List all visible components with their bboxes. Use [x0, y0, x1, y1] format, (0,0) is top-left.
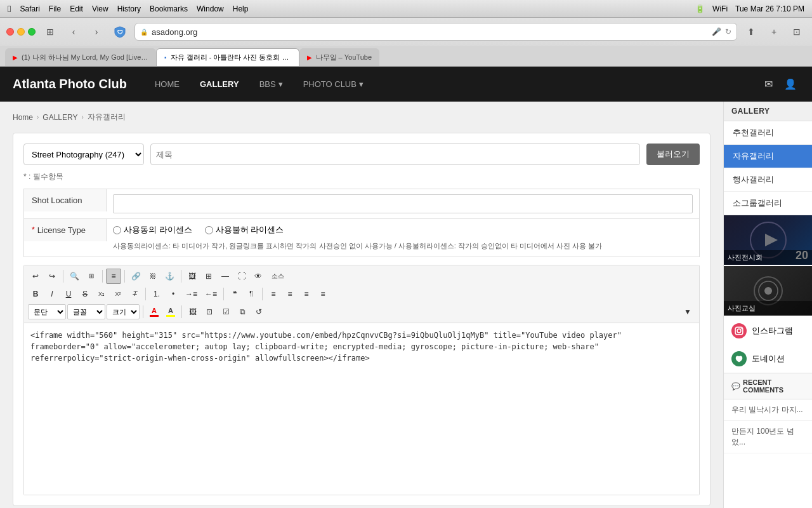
nav-bbs[interactable]: BBS ▾ [251, 74, 292, 94]
underline-button[interactable]: U [61, 286, 76, 302]
instagram-row[interactable]: 인스타그램 [724, 317, 812, 345]
breadcrumb-gallery[interactable]: GALLERY [43, 113, 77, 122]
subscript-button[interactable]: X₂ [94, 286, 109, 302]
shot-location-value [107, 189, 699, 218]
license-radio-disagree[interactable] [205, 226, 213, 234]
fullscreen-button[interactable]: ⛶ [234, 269, 249, 284]
blockquote-button[interactable]: ❝ [227, 286, 242, 302]
site-favicon: ▪ [164, 54, 167, 61]
gallery-image-2[interactable]: 사진교실 [724, 266, 812, 316]
undo-button[interactable]: ↩ [28, 269, 43, 284]
sidebar-button[interactable]: ⊡ [788, 23, 806, 41]
window-menu[interactable]: Window [197, 4, 224, 13]
sidebar-link-haengsa[interactable]: 행사갤러리 [724, 168, 812, 192]
sidebar-link-sogroup[interactable]: 소그룹갤러리 [724, 192, 812, 215]
history-menu[interactable]: History [117, 4, 141, 13]
load-button[interactable]: 불러오기 [646, 144, 700, 165]
refresh-icon[interactable]: ↻ [725, 27, 731, 36]
youtube-favicon-1: ▶ [13, 54, 18, 61]
browser-tab-1[interactable]: ▶ (1) 나의 하나님 My Lord, My God [Live at TL… [5, 48, 156, 66]
gallery-image-1[interactable]: 20 사진전시회 [724, 215, 812, 265]
breadcrumb-home[interactable]: Home [13, 113, 33, 122]
indent-button[interactable]: →≡ [182, 286, 200, 302]
ordered-list-button[interactable]: 1. [149, 286, 164, 302]
unordered-list-button[interactable]: • [166, 286, 181, 302]
gallery-image-2-title: 사진교실 [724, 301, 812, 316]
site-logo[interactable]: Atlanta Photo Club [13, 77, 127, 91]
redo-button[interactable]: ↪ [44, 269, 60, 284]
outdent-button[interactable]: ←≡ [202, 286, 220, 302]
sidebar-link-jayoo[interactable]: 자유갤러리 [724, 145, 812, 168]
style-select[interactable]: 문단 [28, 304, 66, 319]
undo2-button[interactable]: ↺ [251, 304, 266, 319]
italic-button[interactable]: I [44, 286, 60, 302]
size-select[interactable]: 크기 [107, 304, 140, 319]
donation-row[interactable]: 도네이션 [724, 345, 812, 373]
font-color-button[interactable]: A [147, 304, 162, 319]
browser-tab-3[interactable]: ▶ 나무일 – YouTube [299, 48, 379, 66]
recent-comment-2[interactable]: 만든지 100년도 넘었... [724, 421, 812, 453]
align-right-button[interactable]: ≡ [299, 286, 314, 302]
align-left-button[interactable]: ≡ [266, 286, 281, 302]
title-input[interactable] [150, 144, 640, 165]
license-option-1[interactable]: 사용동의 라이센스 [113, 224, 192, 236]
insert-hr-button[interactable]: — [218, 269, 233, 284]
collapse-toolbar-button[interactable]: ▼ [680, 304, 695, 319]
anchor-button[interactable]: ⚓ [162, 269, 178, 284]
insert-link-button[interactable]: 🔗 [128, 269, 144, 284]
superscript-button[interactable]: X² [110, 286, 126, 302]
insert-image-button[interactable]: 🖼 [185, 269, 200, 284]
insert-table-button[interactable]: ⊞ [201, 269, 216, 284]
nav-home[interactable]: HOME [146, 74, 188, 94]
bookmarks-menu[interactable]: Bookmarks [150, 4, 188, 13]
license-option-2[interactable]: 사용불허 라이센스 [205, 224, 284, 236]
mail-icon-button[interactable]: ✉ [762, 76, 775, 93]
minimize-button[interactable] [17, 28, 25, 36]
bold-button[interactable]: B [28, 286, 43, 302]
license-radio-agree[interactable] [113, 226, 121, 234]
recent-comment-1[interactable]: 우리 빌낙시가 마지... [724, 399, 812, 421]
strikethrough-button[interactable]: S [77, 286, 93, 302]
editor-collapse-btn[interactable]: ▼ [680, 304, 695, 319]
user-icon-button[interactable]: 👤 [782, 76, 799, 93]
help-menu[interactable]: Help [233, 4, 249, 13]
insert-special-button[interactable]: ¶ [244, 286, 259, 302]
license-type-row: * License Type 사용동의 라이센스 사용불허 라이센스 [23, 219, 700, 257]
browser-tab-2[interactable]: ▪ 자유 갤러리 - 아틀란타 사진 동호회 – 아사동 [156, 48, 299, 66]
source-button[interactable]: 소스 [267, 269, 289, 284]
share-button[interactable]: ⬆ [742, 23, 760, 41]
highlight-color-button[interactable]: A [163, 304, 178, 319]
new-tab-button[interactable]: + [765, 23, 783, 41]
format-button[interactable]: ≡ [106, 269, 121, 284]
apple-menu[interactable]:  [8, 3, 11, 14]
media-link-button[interactable]: ⧉ [235, 304, 250, 319]
remove-format-button[interactable]: T̶ [127, 286, 142, 302]
editor-content[interactable]: <iframe width="560" height="315" src="ht… [24, 323, 699, 495]
nav-photoclub[interactable]: PHOTO CLUB ▾ [294, 74, 372, 94]
find-button[interactable]: 🔍 [67, 269, 82, 284]
unlink-button[interactable]: ⛓ [145, 269, 160, 284]
file-menu[interactable]: File [49, 4, 61, 13]
maximize-button[interactable] [28, 28, 36, 36]
back-button[interactable]: ‹ [65, 23, 82, 41]
align-center-button[interactable]: ≡ [282, 286, 298, 302]
find-replace-button[interactable]: ⊞ [84, 269, 99, 284]
edit-menu[interactable]: Edit [70, 4, 83, 13]
font-select[interactable]: 글꼴 [67, 304, 105, 319]
image-text-button[interactable]: ⊡ [202, 304, 217, 319]
safari-menu[interactable]: Safari [20, 4, 39, 13]
sidebar-toggle-button[interactable]: ⊞ [41, 23, 60, 41]
forward-button[interactable]: › [88, 23, 105, 41]
insert-image2-button[interactable]: 🖼 [185, 304, 200, 319]
shot-location-input[interactable] [113, 194, 693, 213]
view-menu[interactable]: View [92, 4, 108, 13]
close-button[interactable] [6, 28, 14, 36]
nav-gallery[interactable]: GALLERY [191, 74, 248, 94]
url-bar[interactable]: 🔒 asadong.org 🎤 ↻ [134, 23, 737, 41]
sidebar-link-chucheon[interactable]: 추천갤러리 [724, 121, 812, 145]
checkbox-button[interactable]: ☑ [218, 304, 233, 319]
align-justify-button[interactable]: ≡ [315, 286, 331, 302]
mic-icon[interactable]: 🎤 [712, 27, 721, 36]
preview-button[interactable]: 👁 [251, 269, 266, 284]
category-select[interactable]: Street Photography (247) [23, 144, 144, 165]
